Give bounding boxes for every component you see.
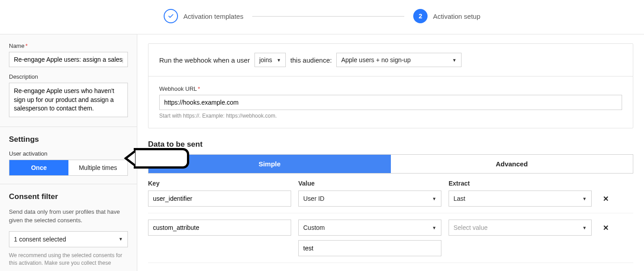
param-key-input[interactable] <box>148 191 291 207</box>
delete-row-button[interactable]: ✕ <box>599 220 612 236</box>
param-key-input[interactable] <box>148 220 291 236</box>
check-icon <box>164 9 178 23</box>
data-to-send-heading: Data to be sent <box>148 140 633 149</box>
step-label-1: Activation templates <box>183 13 243 20</box>
step-connector <box>252 16 404 17</box>
chevron-down-icon: ▼ <box>276 58 281 63</box>
param-extract-select[interactable]: Last ▼ <box>449 191 592 207</box>
param-row: User ID ▼ Last ▼ ✕ <box>148 190 633 213</box>
tab-simple[interactable]: Simple <box>148 155 391 173</box>
name-input[interactable] <box>9 52 128 67</box>
close-icon: ✕ <box>603 195 609 203</box>
step-setup[interactable]: 2 Activation setup <box>413 9 480 23</box>
tab-advanced[interactable]: Advanced <box>391 155 633 173</box>
description-input[interactable]: Re-engage Apple users who haven't sign u… <box>9 83 128 117</box>
chevron-down-icon: ▼ <box>432 225 436 230</box>
trigger-card: Run the webhook when a user joins ▼ this… <box>148 43 633 128</box>
step-templates[interactable]: Activation templates <box>164 9 243 23</box>
consent-select[interactable]: 1 consent selected ▼ <box>9 231 128 247</box>
col-value-header: Value <box>298 180 441 187</box>
data-mode-tabs: Simple Advanced <box>148 154 633 174</box>
param-row: Custom ▼ Select value ▼ ✕ <box>148 219 633 263</box>
close-icon: ✕ <box>603 224 609 232</box>
consent-heading: Consent filter <box>9 192 128 201</box>
settings-heading: Settings <box>9 135 128 144</box>
chevron-down-icon: ▼ <box>432 196 436 201</box>
param-value-select[interactable]: User ID ▼ <box>298 191 441 207</box>
param-extract-select[interactable]: Select value ▼ <box>449 220 592 236</box>
param-custom-value-input[interactable] <box>298 240 441 256</box>
stepper: Activation templates 2 Activation setup <box>0 0 644 34</box>
user-activation-toggle: Once Multiple times <box>9 160 128 176</box>
chevron-down-icon: ▼ <box>119 237 123 241</box>
consent-help: Send data only from user profiles that h… <box>9 207 128 225</box>
description-label: Description <box>9 73 128 80</box>
col-key-header: Key <box>148 180 291 187</box>
step-label-2: Activation setup <box>433 13 480 20</box>
delete-row-button[interactable]: ✕ <box>599 191 612 207</box>
webhook-url-label: Webhook URL* <box>159 85 622 92</box>
chevron-down-icon: ▼ <box>452 58 457 63</box>
main-panel: Run the webhook when a user joins ▼ this… <box>137 34 644 271</box>
sidebar: Name* Description Re-engage Apple users … <box>0 34 137 271</box>
run-suffix: this audience: <box>290 56 332 64</box>
chevron-down-icon: ▼ <box>582 225 587 230</box>
param-value-select[interactable]: Custom ▼ <box>298 220 441 236</box>
step-number-2: 2 <box>413 9 428 23</box>
run-prefix: Run the webhook when a user <box>159 56 250 64</box>
consent-select-value: 1 consent selected <box>14 236 66 243</box>
webhook-url-input[interactable] <box>159 95 622 110</box>
toggle-once[interactable]: Once <box>9 160 68 175</box>
consent-fineprint: We recommend using the selected consents… <box>9 252 128 267</box>
webhook-hint: Start with https://. Example: https://we… <box>159 113 622 119</box>
toggle-multiple[interactable]: Multiple times <box>68 160 127 175</box>
chevron-down-icon: ▼ <box>582 196 587 201</box>
run-action-select[interactable]: joins ▼ <box>254 53 286 67</box>
param-table: Key Value Extract User ID ▼ Last <box>148 180 633 271</box>
name-label: Name* <box>9 42 128 49</box>
col-extract-header: Extract <box>449 180 592 187</box>
audience-select[interactable]: Apple users + no sign-up ▼ <box>336 53 462 67</box>
user-activation-label: User activation <box>9 150 128 157</box>
